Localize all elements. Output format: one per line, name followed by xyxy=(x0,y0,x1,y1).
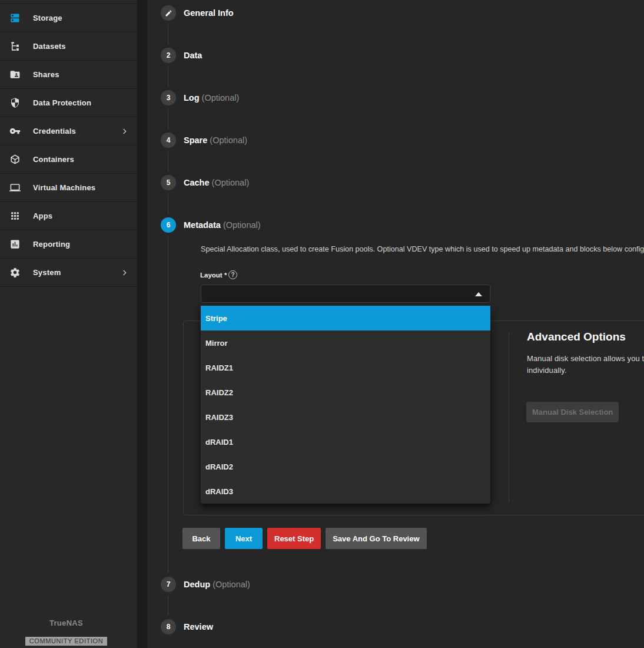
sidebar-item-credentials[interactable]: Credentials xyxy=(0,117,137,145)
dropdown-option-draid1[interactable]: dRAID1 xyxy=(201,429,490,454)
metadata-description: Special Allocation class, used to create… xyxy=(201,245,644,253)
step-number: 8 xyxy=(161,619,176,634)
step-label: Data xyxy=(184,51,202,60)
step-label: Review xyxy=(184,622,213,632)
sidebar-nav: StorageDatasetsSharesData ProtectionCred… xyxy=(0,0,137,287)
advanced-options-title: Advanced Options xyxy=(527,330,626,343)
step-label: Cache (Optional) xyxy=(184,178,249,187)
sidebar-item-shares[interactable]: Shares xyxy=(0,60,137,88)
step-header-dedup[interactable]: 7Dedup (Optional) xyxy=(147,577,383,592)
sidebar-item-containers[interactable]: Containers xyxy=(0,145,137,173)
sidebar-footer: TrueNAS COMMUNITY EDITION xyxy=(0,619,137,648)
shield-icon xyxy=(9,97,22,109)
step-number: 4 xyxy=(161,133,176,148)
sidebar-item-reporting[interactable]: Reporting xyxy=(0,230,137,258)
box-icon xyxy=(9,154,22,166)
datasets-tree-icon xyxy=(9,41,22,52)
sidebar-item-label: Apps xyxy=(33,211,52,220)
sidebar-item-label: Storage xyxy=(33,14,62,22)
sidebar-item-label: Shares xyxy=(33,70,59,79)
bar-chart-icon xyxy=(9,239,22,250)
step-number: 6 xyxy=(161,217,176,233)
main-content: General Info2Data3Log (Optional)4Spare (… xyxy=(147,0,644,648)
step-number: 7 xyxy=(161,577,176,592)
advanced-options-description: Manual disk selection allows you to crea… xyxy=(527,353,644,376)
next-button[interactable]: Next xyxy=(225,528,263,549)
dropdown-option-draid3[interactable]: dRAID3 xyxy=(201,479,490,504)
step-number: 3 xyxy=(161,90,176,105)
step-buttons: Back Next Reset Step Save And Go To Revi… xyxy=(182,528,427,549)
step-label: Dedup (Optional) xyxy=(184,580,250,589)
sidebar-item-virtual-machines[interactable]: Virtual Machines xyxy=(0,173,137,201)
community-edition-badge: COMMUNITY EDITION xyxy=(25,637,108,646)
storage-icon xyxy=(9,12,22,24)
sidebar-item-label: Datasets xyxy=(33,42,66,51)
dropdown-arrow-icon xyxy=(475,292,482,296)
sidebar-item-datasets[interactable]: Datasets xyxy=(0,32,137,60)
save-and-go-to-review-button[interactable]: Save And Go To Review xyxy=(326,528,426,549)
layout-dropdown: StripeMirrorRAIDZ1RAIDZ2RAIDZ3dRAID1dRAI… xyxy=(201,306,490,504)
sidebar-item-label: Reporting xyxy=(33,240,70,249)
card-divider xyxy=(509,332,509,502)
apps-grid-icon xyxy=(9,210,22,222)
sidebar-item-label: Credentials xyxy=(33,127,76,135)
layout-field-label: Layout * xyxy=(200,272,227,279)
scrollbar-track[interactable] xyxy=(137,0,147,648)
step-number: 5 xyxy=(161,175,176,190)
sidebar-item-apps[interactable]: Apps xyxy=(0,201,137,230)
dropdown-option-mirror[interactable]: Mirror xyxy=(201,330,490,355)
help-icon[interactable]: ? xyxy=(228,270,237,279)
dropdown-option-stripe[interactable]: Stripe xyxy=(201,306,490,330)
reset-step-button[interactable]: Reset Step xyxy=(267,528,321,549)
sidebar-item-data-protection[interactable]: Data Protection xyxy=(0,88,137,117)
dropdown-option-raidz3[interactable]: RAIDZ3 xyxy=(201,405,490,429)
folder-shared-icon xyxy=(9,69,22,81)
step-header-review[interactable]: 8Review xyxy=(147,619,383,634)
step-label: General Info xyxy=(184,8,234,18)
step-header-data[interactable]: 2Data xyxy=(147,48,383,63)
step-edit-icon xyxy=(161,5,176,21)
gear-icon xyxy=(9,267,22,279)
dropdown-option-raidz2[interactable]: RAIDZ2 xyxy=(201,380,490,405)
sidebar-item-label: System xyxy=(33,268,61,277)
dropdown-option-draid2[interactable]: dRAID2 xyxy=(201,454,490,479)
chevron-right-icon xyxy=(119,127,129,136)
sidebar-item-storage[interactable]: Storage xyxy=(0,4,137,32)
step-header-general-info[interactable]: General Info xyxy=(147,5,383,21)
step-label: Metadata (Optional) xyxy=(184,220,261,230)
dropdown-option-raidz1[interactable]: RAIDZ1 xyxy=(201,355,490,380)
step-header-log[interactable]: 3Log (Optional) xyxy=(147,90,383,105)
sidebar-item-label: Containers xyxy=(33,155,74,164)
step-label: Log (Optional) xyxy=(184,93,239,103)
sidebar-item-label: Virtual Machines xyxy=(33,183,95,192)
sidebar-item-label: Data Protection xyxy=(33,98,91,107)
chevron-right-icon xyxy=(119,268,129,277)
key-icon xyxy=(9,125,22,137)
laptop-icon xyxy=(9,182,22,194)
step-label: Spare (Optional) xyxy=(184,135,247,145)
sidebar-item-system[interactable]: System xyxy=(0,258,137,286)
back-button[interactable]: Back xyxy=(182,528,220,549)
step-header-cache[interactable]: 5Cache (Optional) xyxy=(147,175,383,190)
sidebar: StorageDatasetsSharesData ProtectionCred… xyxy=(0,0,137,648)
layout-select[interactable] xyxy=(201,285,490,303)
step-header-metadata[interactable]: 6Metadata (Optional) xyxy=(147,217,383,233)
truenas-brand: TrueNAS xyxy=(0,619,132,627)
step-number: 2 xyxy=(161,48,176,63)
manual-disk-selection-button[interactable]: Manual Disk Selection xyxy=(526,402,619,422)
step-header-spare[interactable]: 4Spare (Optional) xyxy=(147,133,383,148)
